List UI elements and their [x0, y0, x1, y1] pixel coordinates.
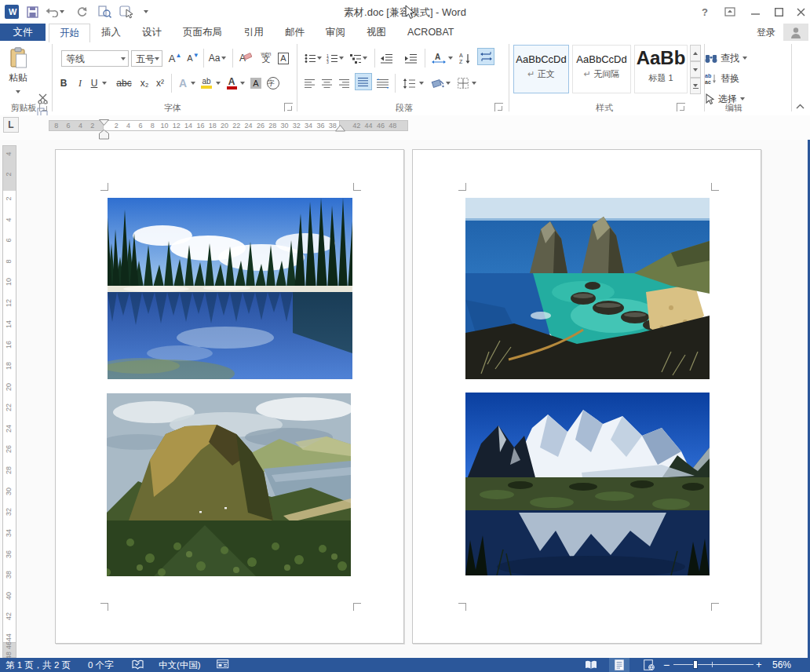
styles-scroll-up-button[interactable] — [690, 45, 701, 61]
ribbon-display-options-button[interactable] — [719, 3, 741, 20]
font-dialog-launcher[interactable] — [284, 103, 293, 111]
enclose-characters-button[interactable]: 字 — [265, 75, 281, 92]
help-button[interactable]: ? — [694, 3, 716, 20]
style-card-heading1[interactable]: AaBb 标题 1 — [634, 45, 688, 93]
paste-button[interactable]: 粘贴 — [5, 47, 31, 96]
tab-page-layout[interactable]: 页面布局 — [173, 24, 232, 41]
align-left-button[interactable] — [303, 75, 317, 92]
paste-dropdown-caret[interactable] — [16, 90, 20, 93]
font-size-caret[interactable] — [155, 57, 159, 60]
zoom-slider-handle[interactable] — [693, 660, 698, 669]
character-border-button[interactable]: A — [276, 49, 290, 67]
clear-formatting-button[interactable]: A — [237, 49, 254, 67]
find-button[interactable]: 查找 — [705, 50, 747, 66]
borders-button[interactable] — [455, 75, 471, 92]
maximize-button[interactable] — [768, 3, 790, 20]
tab-file[interactable]: 文件 — [0, 24, 46, 41]
replace-button[interactable]: abac 替换 — [705, 71, 739, 86]
bold-button[interactable]: B — [57, 75, 71, 92]
phonetic-guide-button[interactable]: wén 文 — [257, 48, 275, 65]
page-indicator[interactable]: 第 1 页，共 2 页 — [5, 658, 71, 672]
clipboard-dialog-launcher[interactable] — [39, 103, 48, 111]
zoom-level[interactable]: 56% — [772, 658, 791, 672]
macro-keyboard-icon[interactable] — [217, 659, 229, 672]
underline-button[interactable]: U — [88, 75, 100, 92]
increase-indent-button[interactable] — [403, 49, 419, 67]
grow-font-button[interactable]: A▲ — [167, 49, 183, 67]
close-button[interactable] — [790, 3, 810, 20]
tab-acrobat[interactable]: ACROBAT — [397, 24, 465, 41]
sign-in-link[interactable]: 登录 — [757, 24, 775, 41]
zoom-in-button[interactable]: + — [756, 658, 762, 672]
web-layout-button[interactable] — [639, 658, 659, 672]
style-card-normal[interactable]: AaBbCcDd ↵ 正文 — [513, 45, 569, 93]
font-name-caret[interactable] — [121, 57, 126, 60]
line-spacing-caret[interactable] — [419, 82, 424, 85]
zoom-out-button[interactable]: − — [663, 658, 670, 672]
subscript-button[interactable]: x₂ — [137, 75, 152, 92]
photo-ocean-bay[interactable] — [465, 198, 710, 379]
document-canvas[interactable]: 4224681012141618202224262830323436384042… — [0, 140, 810, 658]
multilevel-caret[interactable] — [363, 57, 367, 60]
minimize-button[interactable] — [744, 3, 766, 20]
styles-scroll-down-button[interactable] — [690, 61, 701, 78]
photo-green-mountain[interactable] — [107, 393, 351, 576]
styles-dialog-launcher[interactable] — [677, 103, 685, 111]
shrink-font-button[interactable]: A▼ — [185, 49, 201, 67]
highlight-color-button[interactable]: ab — [199, 75, 214, 92]
tab-stop-selector[interactable]: L — [3, 117, 19, 133]
tab-view[interactable]: 视图 — [356, 24, 396, 41]
text-effects-caret[interactable] — [191, 82, 195, 85]
font-size-combo[interactable]: 五号 — [131, 50, 162, 67]
tab-home[interactable]: 开始 — [49, 24, 90, 42]
tab-mailings[interactable]: 邮件 — [275, 24, 315, 41]
italic-button[interactable]: I — [74, 75, 86, 92]
paragraph-dialog-launcher[interactable] — [494, 103, 503, 111]
font-name-combo[interactable]: 等线 — [61, 50, 129, 67]
shading-button[interactable] — [429, 75, 446, 92]
decrease-indent-button[interactable] — [379, 49, 395, 67]
language-indicator[interactable]: 中文(中国) — [159, 658, 201, 672]
print-layout-button[interactable] — [609, 658, 629, 672]
align-right-button[interactable] — [338, 75, 352, 92]
character-shading-button[interactable]: A — [248, 75, 264, 92]
numbering-button[interactable]: 123 — [325, 49, 339, 67]
sort-button[interactable]: AZ — [457, 49, 474, 67]
numbering-caret[interactable] — [339, 57, 344, 60]
tab-insert[interactable]: 插入 — [91, 24, 131, 41]
show-hide-marks-button[interactable] — [477, 48, 494, 65]
bullets-button[interactable] — [303, 49, 317, 67]
multilevel-list-button[interactable] — [348, 49, 363, 67]
distribute-button[interactable] — [375, 75, 391, 92]
justify-button[interactable] — [355, 73, 372, 90]
photo-lake-pine-forest[interactable] — [108, 198, 352, 379]
avatar[interactable] — [783, 24, 808, 41]
font-color-caret[interactable] — [240, 82, 245, 85]
line-spacing-button[interactable] — [400, 75, 418, 92]
font-color-button[interactable]: A — [224, 75, 239, 92]
asian-layout-button[interactable]: A — [429, 49, 448, 67]
first-line-indent-marker[interactable] — [99, 119, 109, 126]
change-case-button[interactable]: Aa — [206, 49, 228, 67]
underline-caret[interactable] — [102, 82, 107, 85]
select-caret[interactable] — [740, 97, 745, 100]
tab-review[interactable]: 审阅 — [316, 24, 356, 41]
styles-more-button[interactable] — [690, 78, 701, 94]
right-indent-marker[interactable] — [335, 125, 345, 132]
zoom-slider-track[interactable] — [673, 664, 753, 665]
tab-design[interactable]: 设计 — [132, 24, 172, 41]
text-effects-button[interactable]: A — [174, 75, 192, 92]
tab-references[interactable]: 引用 — [234, 24, 274, 41]
bullets-caret[interactable] — [317, 57, 322, 60]
strikethrough-button[interactable]: abc — [113, 75, 135, 92]
find-caret[interactable] — [742, 57, 747, 60]
collapse-ribbon-button[interactable] — [796, 100, 805, 111]
align-center-button[interactable] — [320, 75, 334, 92]
read-mode-button[interactable] — [581, 658, 601, 672]
shading-caret[interactable] — [446, 82, 451, 85]
proofing-status-icon[interactable] — [132, 659, 144, 672]
borders-caret[interactable] — [472, 82, 476, 85]
hanging-indent-marker[interactable] — [99, 130, 109, 140]
photo-snow-mountain[interactable] — [465, 393, 710, 575]
superscript-button[interactable]: x² — [152, 75, 168, 92]
